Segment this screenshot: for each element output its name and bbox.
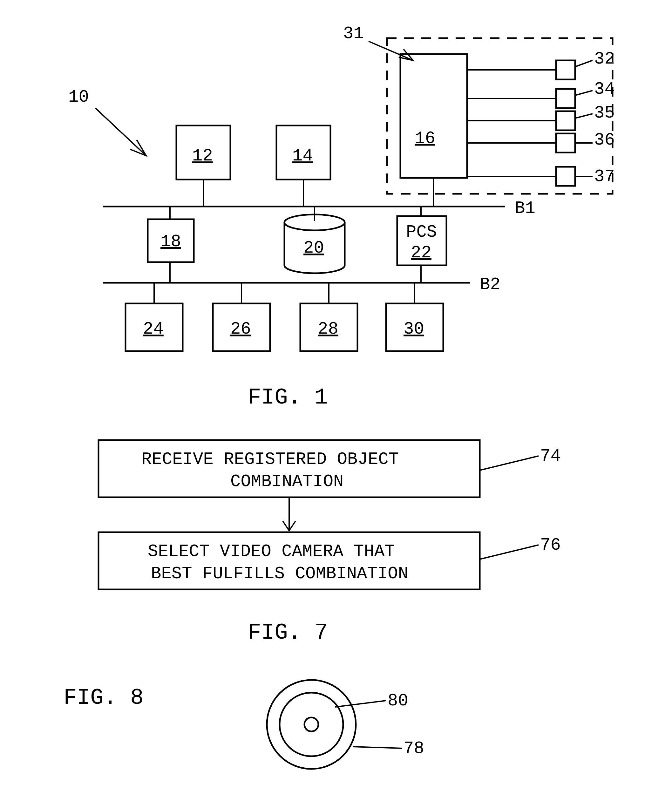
label-31: 31 bbox=[343, 24, 364, 43]
label-22: 22 bbox=[411, 243, 432, 262]
step-74-l1: RECEIVE REGISTERED OBJECT bbox=[142, 450, 399, 469]
fig8: FIG. 8 80 78 bbox=[63, 680, 424, 769]
label-30: 30 bbox=[404, 319, 424, 339]
label-b2: B2 bbox=[480, 275, 500, 294]
fig7: RECEIVE REGISTERED OBJECT COMBINATION 74… bbox=[98, 440, 561, 645]
step-76-l2: BEST FULFILLS COMBINATION bbox=[151, 564, 408, 583]
leader-78 bbox=[353, 747, 402, 748]
page-svg: 31 16 32 34 35 36 37 10 12 bbox=[0, 0, 672, 808]
label-14: 14 bbox=[292, 146, 313, 165]
fig1: 31 16 32 34 35 36 37 10 12 bbox=[68, 24, 615, 410]
leader-34 bbox=[575, 90, 592, 95]
box-36 bbox=[556, 134, 575, 152]
group-31 bbox=[387, 38, 613, 194]
label-78: 78 bbox=[404, 739, 424, 758]
step-76-l1: SELECT VIDEO CAMERA THAT bbox=[148, 542, 395, 561]
label-b1: B1 bbox=[515, 199, 535, 218]
label-28: 28 bbox=[318, 319, 339, 339]
label-37: 37 bbox=[594, 167, 615, 186]
center-dot bbox=[304, 718, 318, 731]
leader-10 bbox=[95, 108, 146, 156]
leader-35 bbox=[575, 114, 592, 118]
label-26: 26 bbox=[230, 319, 251, 339]
box-34 bbox=[556, 89, 575, 108]
fig7-caption: FIG. 7 bbox=[248, 620, 328, 645]
box-35 bbox=[556, 111, 575, 130]
leader-31 bbox=[369, 41, 413, 60]
label-24: 24 bbox=[143, 319, 163, 339]
box-32 bbox=[556, 60, 575, 79]
leader-76 bbox=[480, 545, 539, 559]
label-36: 36 bbox=[594, 130, 615, 150]
label-74: 74 bbox=[540, 446, 561, 466]
fig8-caption: FIG. 8 bbox=[63, 685, 143, 710]
label-10: 10 bbox=[68, 87, 89, 107]
leader-74 bbox=[480, 456, 539, 470]
label-20: 20 bbox=[303, 238, 324, 258]
label-12: 12 bbox=[192, 146, 213, 165]
label-76: 76 bbox=[540, 535, 561, 555]
label-80: 80 bbox=[388, 691, 408, 710]
fig1-caption: FIG. 1 bbox=[248, 385, 328, 410]
box-16 bbox=[400, 54, 467, 178]
label-35: 35 bbox=[594, 103, 615, 123]
label-34: 34 bbox=[594, 79, 615, 99]
leader-80 bbox=[335, 701, 386, 707]
label-pcs: PCS bbox=[406, 222, 437, 242]
leader-32 bbox=[575, 60, 592, 67]
box-37 bbox=[556, 167, 575, 186]
label-32: 32 bbox=[594, 49, 615, 68]
label-18: 18 bbox=[160, 232, 181, 251]
label-16: 16 bbox=[415, 129, 435, 148]
inner-circle-80 bbox=[280, 693, 343, 756]
step-74-l2: COMBINATION bbox=[230, 472, 344, 491]
